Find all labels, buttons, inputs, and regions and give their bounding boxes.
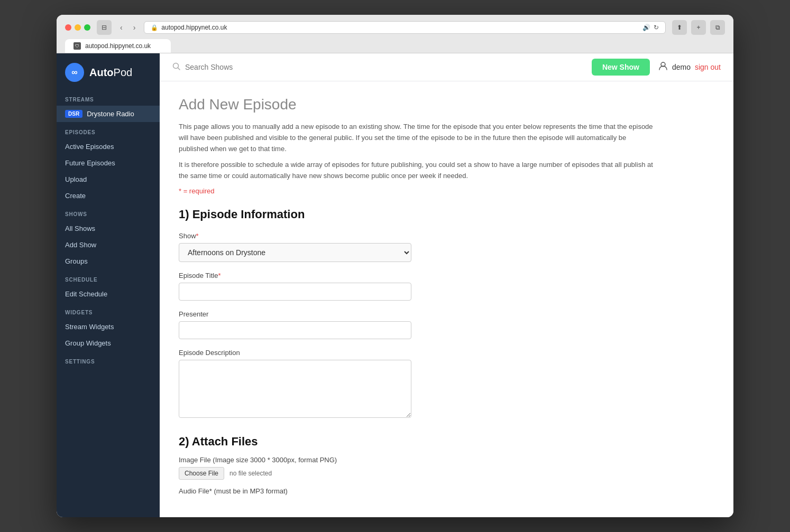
page-title: Add New Episode xyxy=(179,96,714,113)
sidebar-item-label: Groups xyxy=(65,257,88,265)
topbar: New Show demo sign out xyxy=(160,53,733,81)
username-text: demo xyxy=(672,63,691,71)
search-icon xyxy=(172,62,181,72)
presenter-input[interactable] xyxy=(179,321,411,339)
sidebar-item-label: Create xyxy=(65,192,86,200)
image-file-group: Image File (Image size 3000 * 3000px, fo… xyxy=(179,456,714,480)
sidebar-item-groups[interactable]: Groups xyxy=(57,253,160,269)
forward-button[interactable]: › xyxy=(131,22,138,33)
sidebar-item-label: Active Episodes xyxy=(65,143,114,151)
sidebar-item-stream-widgets[interactable]: Stream Widgets xyxy=(57,319,160,335)
logo-auto: Auto xyxy=(89,67,114,78)
logo-icon: ∞ xyxy=(65,63,84,82)
presenter-label: Presenter xyxy=(179,310,714,318)
show-group: Show* Afternoons on Drystone Morning Sho… xyxy=(179,232,714,262)
audio-file-group: Audio File* (must be in MP3 format) xyxy=(179,487,714,495)
audio-file-label: Audio File* (must be in MP3 format) xyxy=(179,487,714,495)
sidebar-item-edit-schedule[interactable]: Edit Schedule xyxy=(57,286,160,302)
tab-favicon: 🛡 xyxy=(74,42,81,50)
windows-button[interactable]: ⧉ xyxy=(710,20,725,35)
new-show-button[interactable]: New Show xyxy=(592,59,650,76)
sidebar-item-label: Edit Schedule xyxy=(65,290,107,298)
url-text: autopod.hippynet.co.uk xyxy=(161,24,227,31)
sidebar-item-active-episodes[interactable]: Active Episodes xyxy=(57,138,160,155)
search-box xyxy=(172,62,583,72)
presenter-group: Presenter xyxy=(179,310,714,339)
sidebar-item-label: Future Episodes xyxy=(65,159,115,167)
sidebar-section-widgets: WIDGETS xyxy=(57,302,160,319)
show-label: Show* xyxy=(179,232,714,240)
topbar-user: demo sign out xyxy=(658,61,721,73)
tab-title: autopod.hippynet.co.uk xyxy=(85,42,151,50)
traffic-light-red[interactable] xyxy=(65,24,71,31)
dsr-badge: DSR xyxy=(65,110,82,118)
address-bar: 🔒 autopod.hippynet.co.uk 🔊 ↻ xyxy=(144,21,666,34)
sidebar-item-add-show[interactable]: Add Show xyxy=(57,237,160,253)
main-content: Add New Episode This page allows you to … xyxy=(160,81,733,517)
new-tab-button[interactable]: + xyxy=(691,20,706,35)
sidebar-item-group-widgets[interactable]: Group Widgets xyxy=(57,335,160,351)
svg-line-1 xyxy=(178,68,180,70)
sidebar-toggle-button[interactable]: ⊟ xyxy=(97,20,112,35)
episode-section-heading: 1) Episode Information xyxy=(179,208,714,221)
sidebar-item-label: Upload xyxy=(65,175,87,183)
sidebar-item-label: Drystone Radio xyxy=(87,110,134,118)
description-group: Episode Description xyxy=(179,349,714,420)
episode-title-label: Episode Title* xyxy=(179,272,714,279)
active-tab[interactable]: 🛡 autopod.hippynet.co.uk xyxy=(65,39,171,53)
sidebar: ∞ AutoPod STREAMS DSR Drystone Radio EPI… xyxy=(57,53,160,517)
audio-icon: 🔊 xyxy=(642,24,650,31)
sidebar-item-future-episodes[interactable]: Future Episodes xyxy=(57,155,160,171)
required-note: * = required xyxy=(179,187,714,195)
sidebar-item-drystone-radio[interactable]: DSR Drystone Radio xyxy=(57,106,160,122)
sidebar-section-episodes: EPISODES xyxy=(57,122,160,138)
sidebar-item-create[interactable]: Create xyxy=(57,188,160,204)
traffic-light-yellow[interactable] xyxy=(75,24,81,31)
logo-pod: Pod xyxy=(114,67,133,78)
image-file-label: Image File (Image size 3000 * 3000px, fo… xyxy=(179,456,714,464)
sidebar-item-label: Group Widgets xyxy=(65,339,111,347)
user-icon xyxy=(658,61,668,73)
sidebar-item-label: Stream Widgets xyxy=(65,323,114,331)
sidebar-section-schedule: SCHEDULE xyxy=(57,269,160,286)
back-button[interactable]: ‹ xyxy=(118,22,125,33)
description-label: Episode Description xyxy=(179,349,714,357)
description-textarea[interactable] xyxy=(179,360,411,418)
show-select[interactable]: Afternoons on Drystone Morning Show Even… xyxy=(179,243,411,262)
page-description-1: This page allows you to manually add a n… xyxy=(179,122,655,154)
sidebar-item-label: Add Show xyxy=(65,241,96,249)
episode-title-group: Episode Title* xyxy=(179,272,714,301)
sidebar-item-upload[interactable]: Upload xyxy=(57,171,160,188)
page-description-2: It is therefore possible to schedule a w… xyxy=(179,160,655,182)
signout-link[interactable]: sign out xyxy=(695,63,721,71)
image-file-row: Choose File no file selected xyxy=(179,467,714,480)
sidebar-section-streams: STREAMS xyxy=(57,89,160,106)
image-no-file: no file selected xyxy=(229,470,272,477)
logo-text: AutoPod xyxy=(89,67,132,79)
episode-title-input[interactable] xyxy=(179,283,411,301)
traffic-light-green[interactable] xyxy=(84,24,90,31)
reload-icon[interactable]: ↻ xyxy=(654,24,659,31)
files-section-heading: 2) Attach Files xyxy=(179,435,714,449)
sidebar-section-settings: SETTINGS xyxy=(57,351,160,368)
security-icon: 🔒 xyxy=(151,24,158,31)
sidebar-section-shows: SHOWS xyxy=(57,204,160,220)
sidebar-item-all-shows[interactable]: All Shows xyxy=(57,220,160,237)
search-input[interactable] xyxy=(185,63,583,71)
share-button[interactable]: ⬆ xyxy=(672,20,687,35)
image-choose-button[interactable]: Choose File xyxy=(179,467,224,480)
logo: ∞ AutoPod xyxy=(57,53,160,89)
sidebar-item-label: All Shows xyxy=(65,225,95,232)
